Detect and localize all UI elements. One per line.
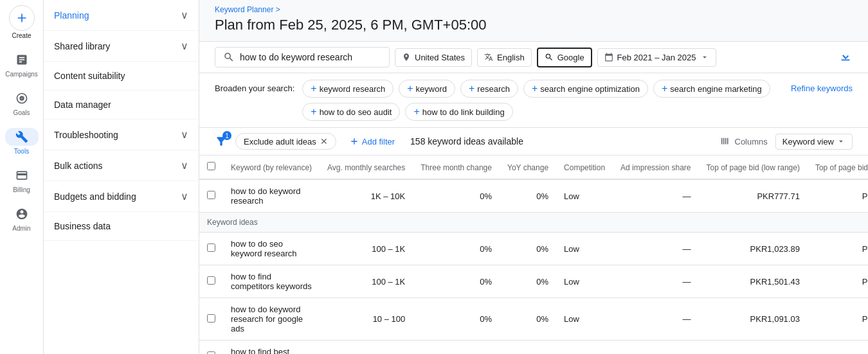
left-navigation: Create Campaigns Goals Tools Billing Adm… xyxy=(0,0,44,354)
tools-label: Tools xyxy=(14,148,29,155)
language-button[interactable]: English xyxy=(477,48,532,67)
admin-label: Admin xyxy=(12,225,30,232)
row-checkbox[interactable] xyxy=(207,191,215,199)
primary-ad-impression: — xyxy=(613,179,698,213)
keyword-ideas-section-header: Keyword ideas xyxy=(199,213,868,233)
filter-button[interactable]: 1 xyxy=(215,135,228,148)
primary-top-high: PKR3,231.12 xyxy=(808,179,868,213)
date-range-label: Feb 2021 – Jan 2025 xyxy=(617,53,696,62)
language-label: English xyxy=(497,53,525,62)
columns-button[interactable]: Columns xyxy=(719,136,768,147)
row-checkbox[interactable] xyxy=(207,276,215,285)
chevron-down-icon: ∨ xyxy=(181,128,188,141)
chip-keyword-research[interactable]: + keyword research xyxy=(302,80,393,98)
refine-keywords-link[interactable]: Refine keywords xyxy=(791,80,853,93)
row-checkbox[interactable] xyxy=(207,351,215,354)
sidebar-item-billing[interactable]: Billing xyxy=(0,161,43,199)
broaden-label: Broaden your search: xyxy=(215,80,294,93)
download-button[interactable] xyxy=(838,49,853,66)
campaigns-label: Campaigns xyxy=(5,71,38,78)
date-range-button[interactable]: Feb 2021 – Jan 2025 xyxy=(597,48,716,67)
table-row: how to do keyword research for google ad… xyxy=(199,298,868,341)
exclude-chip-label: Exclude adult ideas xyxy=(244,137,316,146)
row-checkbox[interactable] xyxy=(207,314,215,323)
select-all-checkbox[interactable] xyxy=(207,162,215,170)
keyword-cell: how to find best keywords for seo xyxy=(223,341,320,355)
row-checkbox[interactable] xyxy=(207,243,215,252)
broaden-search-row: Broaden your search: + keyword research … xyxy=(199,73,868,128)
sidebar-item-business-data[interactable]: Business data xyxy=(44,212,199,241)
table-row: how to find best keywords for seo 100 – … xyxy=(199,341,868,355)
calendar-icon xyxy=(604,53,613,62)
page-title: Plan from Feb 25, 2025, 6 PM, GMT+05:00 xyxy=(199,14,868,41)
columns-icon xyxy=(719,136,731,147)
main-content: Keyword Planner > Plan from Feb 25, 2025… xyxy=(199,0,868,354)
col-ad-impression: Ad impression share xyxy=(613,155,698,179)
add-icon xyxy=(349,136,359,146)
filter-bar: 1 Exclude adult ideas ✕ Add filter 158 k… xyxy=(199,128,868,155)
primary-keyword-cell: how to do keyword research xyxy=(223,179,320,213)
chip-seo-audit[interactable]: + how to do seo audit xyxy=(302,103,400,121)
network-icon xyxy=(545,53,554,62)
sidebar-item-data-manager[interactable]: Data manager xyxy=(44,91,199,119)
chip-research[interactable]: + research xyxy=(460,80,518,98)
sidebar-item-campaigns[interactable]: Campaigns xyxy=(0,46,43,83)
keyword-table-wrapper: Keyword (by relevance) Avg. monthly sear… xyxy=(199,155,868,354)
sidebar-item-bulk-actions[interactable]: Bulk actions ∨ xyxy=(44,150,199,181)
network-button[interactable]: Google xyxy=(537,48,592,67)
col-three-month: Three month change xyxy=(413,155,500,179)
keyword-view-button[interactable]: Keyword view xyxy=(775,134,853,150)
search-input[interactable] xyxy=(240,52,381,62)
plus-icon: + xyxy=(413,106,419,118)
col-top-low: Top of page bid (low range) xyxy=(698,155,807,179)
col-avg-monthly: Avg. monthly searches xyxy=(320,155,413,179)
chip-sem[interactable]: + search engine marketing xyxy=(653,80,770,98)
columns-label: Columns xyxy=(735,137,768,146)
primary-avg-monthly: 1K – 10K xyxy=(320,179,413,213)
sidebar-item-tools[interactable]: Tools xyxy=(0,123,43,160)
add-filter-button[interactable]: Add filter xyxy=(344,134,400,149)
primary-yoy: 0% xyxy=(500,179,556,213)
keyword-cell: how to do keyword research for google ad… xyxy=(223,298,320,341)
keyword-table: Keyword (by relevance) Avg. monthly sear… xyxy=(199,155,868,354)
plus-icon: + xyxy=(662,83,667,94)
remove-filter-button[interactable]: ✕ xyxy=(320,136,328,146)
chip-seo[interactable]: + search engine optimization xyxy=(523,80,648,98)
table-row: how to find competitors keywords 100 – 1… xyxy=(199,265,868,298)
create-button[interactable]: Create xyxy=(9,5,35,39)
chevron-down-icon: ∨ xyxy=(181,9,188,21)
chevron-down-icon: ∨ xyxy=(181,190,188,202)
create-label: Create xyxy=(12,32,31,39)
translate-icon xyxy=(484,53,493,62)
keyword-count: 158 keyword ideas available xyxy=(410,136,523,146)
location-button[interactable]: United States xyxy=(395,48,472,67)
plus-icon: + xyxy=(311,83,316,94)
col-yoy: YoY change xyxy=(500,155,556,179)
chevron-down-icon xyxy=(836,137,845,146)
plus-icon: + xyxy=(311,106,316,118)
keyword-cell: how to do seo keyword research xyxy=(223,233,320,265)
sidebar-item-admin[interactable]: Admin xyxy=(0,200,43,237)
chevron-down-icon xyxy=(700,53,709,62)
location-label: United States xyxy=(415,53,465,62)
billing-label: Billing xyxy=(13,186,30,193)
sidebar-item-content-suitability[interactable]: Content suitability xyxy=(44,62,199,91)
goals-label: Goals xyxy=(13,109,30,116)
keyword-cell: how to find competitors keywords xyxy=(223,265,320,298)
sidebar-item-planning[interactable]: Planning ∨ xyxy=(44,0,199,31)
sidebar-menu: Planning ∨ Shared library ∨ Content suit… xyxy=(44,0,199,354)
network-label: Google xyxy=(557,53,584,62)
sidebar-item-shared-library[interactable]: Shared library ∨ xyxy=(44,31,199,62)
sidebar-item-budgets-bidding[interactable]: Budgets and bidding ∨ xyxy=(44,181,199,212)
breadcrumb[interactable]: Keyword Planner > xyxy=(199,0,868,14)
plus-icon: + xyxy=(532,83,538,94)
sidebar-item-goals[interactable]: Goals xyxy=(0,84,43,121)
primary-competition: Low xyxy=(556,179,613,213)
location-icon xyxy=(402,53,411,62)
broaden-chips: + keyword research + keyword + research … xyxy=(302,80,783,121)
sidebar-item-troubleshooting[interactable]: Troubleshooting ∨ xyxy=(44,119,199,150)
primary-three-month: 0% xyxy=(413,179,500,213)
chevron-down-icon: ∨ xyxy=(181,40,188,52)
chip-keyword[interactable]: + keyword xyxy=(399,80,455,98)
chip-link-building[interactable]: + how to do link building xyxy=(405,103,512,121)
